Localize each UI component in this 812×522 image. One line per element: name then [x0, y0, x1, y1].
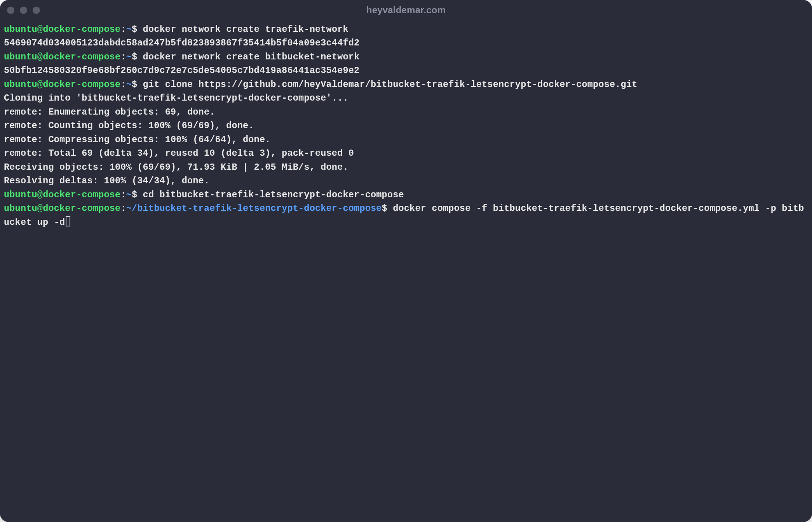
- prompt-path: ~: [126, 52, 132, 62]
- terminal-body[interactable]: ubuntu@docker-compose:~$ docker network …: [0, 20, 812, 233]
- prompt-colon: :: [120, 203, 126, 214]
- prompt-host: docker-compose: [43, 24, 120, 35]
- output-3e: remote: Total 69 (delta 34), reused 10 (…: [4, 148, 354, 158]
- output-3b: remote: Enumerating objects: 69, done.: [4, 107, 215, 117]
- prompt-path-deep: ~/bitbucket-traefik-letsencrypt-docker-c…: [126, 203, 382, 214]
- prompt-colon: :: [120, 24, 126, 35]
- command-2: docker network create bitbucket-network: [137, 52, 359, 62]
- prompt-symbol: $: [382, 203, 387, 214]
- prompt-path: ~: [126, 79, 132, 90]
- cursor-icon: [66, 216, 70, 226]
- prompt-colon: :: [120, 52, 126, 62]
- terminal-window: heyvaldemar.com ubuntu@docker-compose:~$…: [0, 0, 812, 522]
- prompt-user: ubuntu: [4, 79, 37, 90]
- window-title: heyvaldemar.com: [0, 5, 812, 16]
- traffic-lights: [7, 7, 40, 14]
- prompt-host: docker-compose: [43, 203, 120, 214]
- prompt-symbol: $: [132, 79, 137, 90]
- prompt-user: ubuntu: [4, 52, 37, 62]
- prompt-path: ~: [126, 190, 132, 200]
- prompt-host: docker-compose: [43, 79, 120, 90]
- output-1: 5469074d034005123dabdc58ad247b5fd8238938…: [4, 38, 359, 48]
- prompt-at: @: [37, 79, 43, 90]
- output-3g: Resolving deltas: 100% (34/34), done.: [4, 176, 209, 186]
- titlebar: heyvaldemar.com: [0, 0, 812, 20]
- prompt-colon: :: [120, 79, 126, 90]
- minimize-icon[interactable]: [20, 7, 27, 14]
- prompt-user: ubuntu: [4, 190, 37, 200]
- prompt-host: docker-compose: [43, 190, 120, 200]
- prompt-at: @: [37, 24, 43, 35]
- output-2: 50bfb124580320f9e68bf260c7d9c72e7c5de540…: [4, 65, 359, 76]
- command-3: git clone https://github.com/heyValdemar…: [137, 79, 637, 90]
- prompt-line-1: ubuntu@docker-compose:~$ docker network …: [4, 24, 348, 35]
- output-3c: remote: Counting objects: 100% (69/69), …: [4, 120, 254, 131]
- prompt-host: docker-compose: [43, 52, 120, 62]
- prompt-symbol: $: [132, 190, 137, 200]
- prompt-line-4: ubuntu@docker-compose:~$ cd bitbucket-tr…: [4, 190, 404, 200]
- prompt-at: @: [37, 52, 43, 62]
- prompt-symbol: $: [132, 24, 137, 35]
- prompt-at: @: [37, 190, 43, 200]
- output-3f: Receiving objects: 100% (69/69), 71.93 K…: [4, 162, 348, 172]
- prompt-colon: :: [120, 190, 126, 200]
- command-4: cd bitbucket-traefik-letsencrypt-docker-…: [137, 190, 404, 200]
- prompt-line-3: ubuntu@docker-compose:~$ git clone https…: [4, 79, 638, 90]
- output-3a: Cloning into 'bitbucket-traefik-letsencr…: [4, 93, 348, 103]
- command-1: docker network create traefik-network: [137, 24, 348, 35]
- prompt-line-5: ubuntu@docker-compose:~/bitbucket-traefi…: [4, 203, 804, 227]
- prompt-path: ~: [126, 24, 132, 35]
- close-icon[interactable]: [7, 7, 14, 14]
- maximize-icon[interactable]: [33, 7, 40, 14]
- prompt-symbol: $: [132, 52, 137, 62]
- output-3d: remote: Compressing objects: 100% (64/64…: [4, 134, 271, 145]
- prompt-line-2: ubuntu@docker-compose:~$ docker network …: [4, 52, 359, 62]
- prompt-at: @: [37, 203, 43, 214]
- prompt-user: ubuntu: [4, 203, 37, 214]
- prompt-user: ubuntu: [4, 24, 37, 35]
